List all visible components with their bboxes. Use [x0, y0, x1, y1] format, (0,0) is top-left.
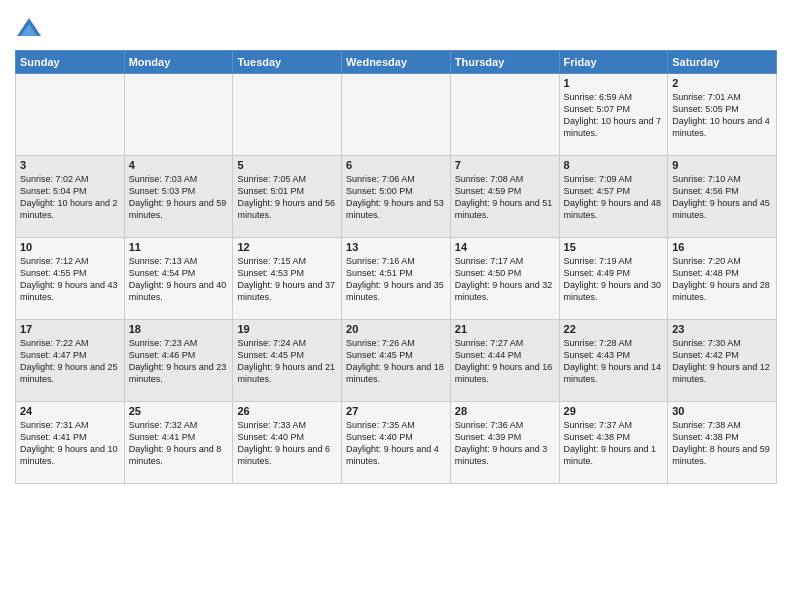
day-info: Sunrise: 7:30 AM Sunset: 4:42 PM Dayligh… [672, 337, 772, 386]
calendar-cell: 7Sunrise: 7:08 AM Sunset: 4:59 PM Daylig… [450, 156, 559, 238]
calendar-week-row: 17Sunrise: 7:22 AM Sunset: 4:47 PM Dayli… [16, 320, 777, 402]
calendar-cell: 28Sunrise: 7:36 AM Sunset: 4:39 PM Dayli… [450, 402, 559, 484]
day-info: Sunrise: 7:26 AM Sunset: 4:45 PM Dayligh… [346, 337, 446, 386]
calendar-cell: 27Sunrise: 7:35 AM Sunset: 4:40 PM Dayli… [342, 402, 451, 484]
day-info: Sunrise: 7:15 AM Sunset: 4:53 PM Dayligh… [237, 255, 337, 304]
calendar-week-row: 10Sunrise: 7:12 AM Sunset: 4:55 PM Dayli… [16, 238, 777, 320]
day-of-week-header: Sunday [16, 51, 125, 74]
day-number: 6 [346, 159, 446, 171]
day-number: 17 [20, 323, 120, 335]
day-of-week-header: Monday [124, 51, 233, 74]
day-number: 1 [564, 77, 664, 89]
day-info: Sunrise: 7:16 AM Sunset: 4:51 PM Dayligh… [346, 255, 446, 304]
calendar-cell: 6Sunrise: 7:06 AM Sunset: 5:00 PM Daylig… [342, 156, 451, 238]
calendar-cell: 23Sunrise: 7:30 AM Sunset: 4:42 PM Dayli… [668, 320, 777, 402]
calendar-cell: 16Sunrise: 7:20 AM Sunset: 4:48 PM Dayli… [668, 238, 777, 320]
day-info: Sunrise: 7:37 AM Sunset: 4:38 PM Dayligh… [564, 419, 664, 468]
day-of-week-header: Thursday [450, 51, 559, 74]
day-number: 9 [672, 159, 772, 171]
day-info: Sunrise: 7:03 AM Sunset: 5:03 PM Dayligh… [129, 173, 229, 222]
day-info: Sunrise: 7:08 AM Sunset: 4:59 PM Dayligh… [455, 173, 555, 222]
day-number: 10 [20, 241, 120, 253]
day-number: 19 [237, 323, 337, 335]
day-info: Sunrise: 7:10 AM Sunset: 4:56 PM Dayligh… [672, 173, 772, 222]
day-number: 8 [564, 159, 664, 171]
calendar-cell: 9Sunrise: 7:10 AM Sunset: 4:56 PM Daylig… [668, 156, 777, 238]
day-number: 12 [237, 241, 337, 253]
day-number: 5 [237, 159, 337, 171]
day-number: 27 [346, 405, 446, 417]
calendar-cell [450, 74, 559, 156]
day-number: 18 [129, 323, 229, 335]
day-number: 24 [20, 405, 120, 417]
calendar-cell: 29Sunrise: 7:37 AM Sunset: 4:38 PM Dayli… [559, 402, 668, 484]
logo-icon [15, 14, 43, 42]
calendar-week-row: 24Sunrise: 7:31 AM Sunset: 4:41 PM Dayli… [16, 402, 777, 484]
calendar-cell: 22Sunrise: 7:28 AM Sunset: 4:43 PM Dayli… [559, 320, 668, 402]
calendar-table: SundayMondayTuesdayWednesdayThursdayFrid… [15, 50, 777, 484]
day-number: 15 [564, 241, 664, 253]
day-info: Sunrise: 7:36 AM Sunset: 4:39 PM Dayligh… [455, 419, 555, 468]
day-of-week-header: Saturday [668, 51, 777, 74]
calendar-cell: 13Sunrise: 7:16 AM Sunset: 4:51 PM Dayli… [342, 238, 451, 320]
calendar-cell: 4Sunrise: 7:03 AM Sunset: 5:03 PM Daylig… [124, 156, 233, 238]
day-info: Sunrise: 7:27 AM Sunset: 4:44 PM Dayligh… [455, 337, 555, 386]
day-number: 23 [672, 323, 772, 335]
calendar-cell: 2Sunrise: 7:01 AM Sunset: 5:05 PM Daylig… [668, 74, 777, 156]
day-info: Sunrise: 7:32 AM Sunset: 4:41 PM Dayligh… [129, 419, 229, 468]
calendar-cell [233, 74, 342, 156]
day-of-week-header: Friday [559, 51, 668, 74]
day-number: 4 [129, 159, 229, 171]
day-info: Sunrise: 7:09 AM Sunset: 4:57 PM Dayligh… [564, 173, 664, 222]
day-number: 14 [455, 241, 555, 253]
calendar-cell: 15Sunrise: 7:19 AM Sunset: 4:49 PM Dayli… [559, 238, 668, 320]
header-row [15, 10, 777, 42]
day-info: Sunrise: 7:35 AM Sunset: 4:40 PM Dayligh… [346, 419, 446, 468]
day-number: 20 [346, 323, 446, 335]
calendar-cell [124, 74, 233, 156]
calendar-cell: 21Sunrise: 7:27 AM Sunset: 4:44 PM Dayli… [450, 320, 559, 402]
calendar-cell: 20Sunrise: 7:26 AM Sunset: 4:45 PM Dayli… [342, 320, 451, 402]
calendar-cell [342, 74, 451, 156]
day-info: Sunrise: 7:19 AM Sunset: 4:49 PM Dayligh… [564, 255, 664, 304]
day-info: Sunrise: 7:28 AM Sunset: 4:43 PM Dayligh… [564, 337, 664, 386]
calendar-week-row: 1Sunrise: 6:59 AM Sunset: 5:07 PM Daylig… [16, 74, 777, 156]
day-info: Sunrise: 7:33 AM Sunset: 4:40 PM Dayligh… [237, 419, 337, 468]
day-info: Sunrise: 7:20 AM Sunset: 4:48 PM Dayligh… [672, 255, 772, 304]
day-number: 16 [672, 241, 772, 253]
day-number: 3 [20, 159, 120, 171]
calendar-cell: 8Sunrise: 7:09 AM Sunset: 4:57 PM Daylig… [559, 156, 668, 238]
day-info: Sunrise: 7:13 AM Sunset: 4:54 PM Dayligh… [129, 255, 229, 304]
calendar-cell: 30Sunrise: 7:38 AM Sunset: 4:38 PM Dayli… [668, 402, 777, 484]
calendar-cell: 17Sunrise: 7:22 AM Sunset: 4:47 PM Dayli… [16, 320, 125, 402]
day-number: 11 [129, 241, 229, 253]
day-of-week-header: Wednesday [342, 51, 451, 74]
day-info: Sunrise: 7:24 AM Sunset: 4:45 PM Dayligh… [237, 337, 337, 386]
calendar-cell: 10Sunrise: 7:12 AM Sunset: 4:55 PM Dayli… [16, 238, 125, 320]
day-number: 26 [237, 405, 337, 417]
calendar-week-row: 3Sunrise: 7:02 AM Sunset: 5:04 PM Daylig… [16, 156, 777, 238]
day-number: 2 [672, 77, 772, 89]
calendar-cell: 14Sunrise: 7:17 AM Sunset: 4:50 PM Dayli… [450, 238, 559, 320]
calendar-cell: 26Sunrise: 7:33 AM Sunset: 4:40 PM Dayli… [233, 402, 342, 484]
day-info: Sunrise: 7:02 AM Sunset: 5:04 PM Dayligh… [20, 173, 120, 222]
calendar-cell: 19Sunrise: 7:24 AM Sunset: 4:45 PM Dayli… [233, 320, 342, 402]
day-info: Sunrise: 7:23 AM Sunset: 4:46 PM Dayligh… [129, 337, 229, 386]
calendar-cell: 24Sunrise: 7:31 AM Sunset: 4:41 PM Dayli… [16, 402, 125, 484]
calendar-cell: 1Sunrise: 6:59 AM Sunset: 5:07 PM Daylig… [559, 74, 668, 156]
day-info: Sunrise: 7:06 AM Sunset: 5:00 PM Dayligh… [346, 173, 446, 222]
calendar-cell: 12Sunrise: 7:15 AM Sunset: 4:53 PM Dayli… [233, 238, 342, 320]
day-info: Sunrise: 7:05 AM Sunset: 5:01 PM Dayligh… [237, 173, 337, 222]
calendar-cell: 11Sunrise: 7:13 AM Sunset: 4:54 PM Dayli… [124, 238, 233, 320]
day-info: Sunrise: 7:17 AM Sunset: 4:50 PM Dayligh… [455, 255, 555, 304]
calendar-cell: 5Sunrise: 7:05 AM Sunset: 5:01 PM Daylig… [233, 156, 342, 238]
day-number: 25 [129, 405, 229, 417]
day-number: 7 [455, 159, 555, 171]
day-info: Sunrise: 7:31 AM Sunset: 4:41 PM Dayligh… [20, 419, 120, 468]
day-number: 30 [672, 405, 772, 417]
logo [15, 14, 46, 42]
calendar-cell [16, 74, 125, 156]
calendar-cell: 3Sunrise: 7:02 AM Sunset: 5:04 PM Daylig… [16, 156, 125, 238]
calendar-cell: 25Sunrise: 7:32 AM Sunset: 4:41 PM Dayli… [124, 402, 233, 484]
header-row-days: SundayMondayTuesdayWednesdayThursdayFrid… [16, 51, 777, 74]
